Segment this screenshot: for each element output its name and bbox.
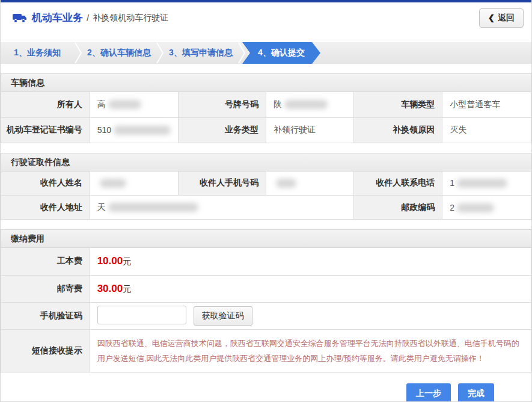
sms-captcha-label: 手机验证码: [1, 302, 90, 329]
footer-actions: 上一步 完成: [1, 373, 531, 402]
price-amount: 30.00: [97, 283, 123, 294]
table-row: 工本费 10.00元: [1, 248, 531, 275]
breadcrumb-separator: /: [87, 13, 89, 23]
owner-value: 高: [90, 92, 178, 117]
price-amount: 10.00: [97, 255, 123, 267]
table-row: 机动车登记证书编号 510 业务类型 补领行驶证 补换领原因 灭失: [1, 117, 531, 143]
pickup-info-section: 行驶证取件信息 收件人姓名 收件人手机号码 收件人联系电话 1 收件人地址 天 …: [1, 153, 531, 220]
redacted-text: [276, 179, 296, 188]
sms-tip-cell: 因陕西省联通、电信运营商技术问题，陕西省互联网交通安全综合服务管理平台无法向持陕…: [90, 329, 531, 373]
vehicle-type-value: 小型普通客车: [442, 92, 531, 117]
registration-cert-no-label: 机动车登记证书编号: [1, 117, 90, 143]
replace-reason-label: 补换领原因: [354, 117, 442, 143]
payment-title: 缴纳费用: [1, 230, 531, 248]
recipient-phone-value: 1: [442, 172, 531, 196]
owner-label: 所有人: [1, 92, 90, 117]
page-title: 机动车业务: [32, 11, 83, 25]
redacted-text: [457, 203, 494, 212]
back-button-label: 返回: [498, 13, 515, 23]
page: 机动车业务 / 补换领机动车行驶证 ❮ 返回 1、业务须知 2、确认车辆信息 3…: [0, 0, 532, 402]
recipient-address-label: 收件人地址: [1, 196, 90, 220]
redacted-text: [108, 203, 198, 212]
table-row: 邮寄费 30.00元: [1, 275, 531, 302]
production-cost-label: 工本费: [1, 248, 90, 275]
vehicle-info-title: 车辆信息: [1, 74, 531, 92]
plate-number-value: 陕: [266, 92, 353, 117]
recipient-mobile-value: [266, 172, 353, 196]
sms-tip-text: 因陕西省联通、电信运营商技术问题，陕西省互联网交通安全综合服务管理平台无法向持陕…: [97, 336, 522, 366]
payment-section: 缴纳费用 工本费 10.00元 邮寄费 30.00元 手机验证码 获取验证码 短…: [1, 229, 531, 373]
recipient-mobile-label: 收件人手机号码: [178, 172, 266, 196]
redacted-text: [100, 179, 126, 188]
redacted-text: [284, 100, 328, 109]
pickup-info-table: 收件人姓名 收件人手机号码 收件人联系电话 1 收件人地址 天 邮政编码 2: [1, 172, 531, 220]
step-separator-icon: [237, 42, 246, 64]
postcode-label: 邮政编码: [354, 196, 442, 220]
postage-fee-label: 邮寄费: [1, 275, 90, 302]
get-captcha-button[interactable]: 获取验证码: [194, 306, 252, 326]
business-type-value: 补领行驶证: [266, 117, 353, 143]
finish-button[interactable]: 完成: [458, 383, 494, 402]
step-separator-icon: [156, 42, 164, 64]
page-subtitle: 补换领机动车行驶证: [93, 13, 168, 23]
step-progress-bar: 1、业务须知 2、确认车辆信息 3、填写申请信息 4、确认提交: [1, 42, 531, 64]
step-2-tab[interactable]: 2、确认车辆信息: [82, 42, 156, 64]
redacted-text: [114, 126, 171, 135]
chevron-left-icon: ❮: [488, 13, 495, 22]
table-row: 手机验证码 获取验证码: [1, 302, 531, 329]
table-row: 所有人 高 号牌号码 陕 车辆类型 小型普通客车: [1, 92, 531, 117]
sms-captcha-input[interactable]: [97, 306, 186, 324]
redacted-text: [457, 179, 507, 188]
registration-cert-no-value: 510: [90, 117, 178, 143]
price-unit: 元: [123, 256, 131, 266]
sms-captcha-cell: 获取验证码: [90, 302, 531, 329]
vehicle-info-table: 所有人 高 号牌号码 陕 车辆类型 小型普通客车 机动车登记证书编号 510 业…: [1, 92, 531, 143]
recipient-address-value: 天: [90, 196, 354, 220]
step-separator-icon: [74, 42, 82, 64]
vehicle-info-section: 车辆信息 所有人 高 号牌号码 陕 车辆类型 小型普通客车 机动车登记证书编号 …: [1, 73, 531, 143]
plate-number-label: 号牌号码: [178, 92, 266, 117]
payment-table: 工本费 10.00元 邮寄费 30.00元 手机验证码 获取验证码 短信接收提示…: [1, 248, 531, 373]
recipient-name-label: 收件人姓名: [1, 172, 90, 196]
step-1-tab[interactable]: 1、业务须知: [1, 42, 74, 64]
step-4-tab-active[interactable]: 4、确认提交: [242, 42, 320, 64]
vehicle-type-label: 车辆类型: [354, 92, 442, 117]
table-row: 收件人地址 天 邮政编码 2: [1, 196, 531, 220]
production-cost-value: 10.00元: [90, 248, 531, 275]
recipient-name-value: [90, 172, 178, 196]
postage-fee-value: 30.00元: [90, 275, 531, 302]
postcode-value: 2: [442, 196, 531, 220]
table-row: 收件人姓名 收件人手机号码 收件人联系电话 1: [1, 172, 531, 196]
table-row: 短信接收提示 因陕西省联通、电信运营商技术问题，陕西省互联网交通安全综合服务管理…: [1, 329, 531, 373]
recipient-phone-label: 收件人联系电话: [354, 172, 442, 196]
replace-reason-value: 灭失: [442, 117, 531, 143]
redacted-text: [108, 100, 141, 109]
back-button[interactable]: ❮ 返回: [479, 8, 524, 28]
step-3-tab[interactable]: 3、填写申请信息: [164, 42, 237, 64]
price-unit: 元: [123, 284, 131, 294]
page-header: 机动车业务 / 补换领机动车行驶证 ❮ 返回: [1, 2, 531, 33]
breadcrumb: 机动车业务 / 补换领机动车行驶证: [13, 11, 168, 25]
business-type-label: 业务类型: [178, 117, 266, 143]
pickup-info-title: 行驶证取件信息: [1, 153, 531, 172]
previous-step-button[interactable]: 上一步: [406, 383, 451, 402]
sms-tip-label: 短信接收提示: [1, 329, 90, 373]
truck-icon: [13, 13, 27, 23]
